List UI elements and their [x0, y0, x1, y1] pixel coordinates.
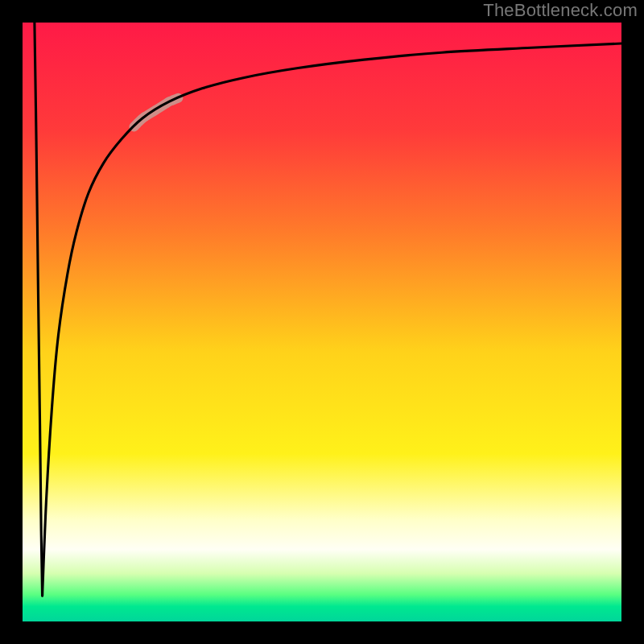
watermark-text: TheBottleneck.com [483, 0, 638, 21]
outer-frame: TheBottleneck.com [0, 0, 644, 644]
plot-area [23, 23, 621, 621]
highlight-segment [134, 98, 178, 127]
left-branch [35, 23, 43, 596]
curve-layer [23, 23, 621, 621]
